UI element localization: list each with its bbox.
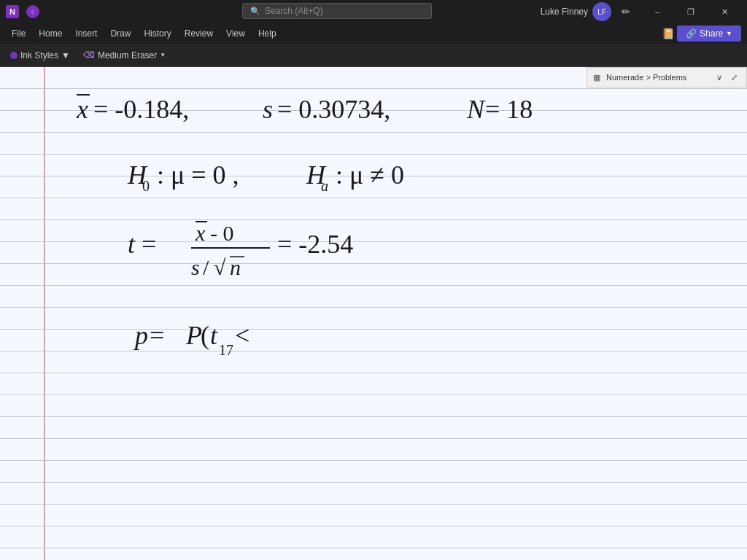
notebook-icon: 📔 [662,28,674,39]
menu-draw[interactable]: Draw [104,26,136,41]
search-icon: 🔍 [250,7,260,16]
svg-text:0: 0 [142,178,150,194]
svg-text:a: a [321,178,328,194]
eraser-button[interactable]: ⌫ Medium Eraser ▼ [77,48,171,63]
ink-styles-chevron: ▼ [61,50,70,61]
menu-insert[interactable]: Insert [69,26,103,41]
svg-text:t: t [210,321,218,350]
menu-help[interactable]: Help [252,26,282,41]
line4: p = P ( t 17 < [133,321,249,358]
right-panel-header: ▦ Numerade > Problems ∨ ⤢ [587,67,747,88]
panel-expand-button[interactable]: ⤢ [728,71,740,84]
pen-icon[interactable]: ✏ [617,6,635,18]
svg-text:=: = [142,230,156,259]
eraser-icon: ⌫ [83,50,95,60]
user-name: Luke Finney LF [541,2,611,21]
svg-text::  μ ≠ 0: : μ ≠ 0 [336,160,404,190]
menu-bar: File Home Insert Draw History Review Vie… [0,23,747,44]
eraser-chevron: ▼ [160,52,166,58]
line1: x = -0.184, s = 0.30734, N = 18 [76,95,533,124]
panel-label: Numerade > Problems [606,73,711,82]
maximize-button[interactable]: ❐ [674,0,708,23]
menu-view[interactable]: View [220,26,251,41]
svg-text:N: N [466,95,486,124]
svg-text:<: < [235,321,249,350]
svg-text:= -2.54: = -2.54 [277,230,353,259]
user-avatar: LF [592,2,611,21]
search-box[interactable]: 🔍 Search (Alt+Q) [242,3,432,19]
line2: H 0 : μ = 0 , H a : μ ≠ 0 [127,160,404,194]
onenote-icon: ○ [26,5,39,18]
menu-file[interactable]: File [6,26,31,41]
window-controls: – ❐ ✕ [640,0,741,23]
svg-text:s: s [191,255,200,279]
svg-text:x: x [195,221,206,245]
panel-collapse-button[interactable]: ∨ [713,71,725,84]
menu-history[interactable]: History [138,26,177,41]
svg-text:n: n [230,255,241,279]
svg-text:= 0.30734,: = 0.30734, [277,95,390,124]
minimize-button[interactable]: – [640,0,674,23]
handwriting-svg: x = -0.184, s = 0.30734, N = 18 H 0 : μ … [0,67,747,560]
svg-text:P: P [185,321,202,350]
math-content: x = -0.184, s = 0.30734, N = 18 H 0 : μ … [0,67,747,560]
close-button[interactable]: ✕ [708,0,741,23]
search-placeholder: Search (Alt+Q) [265,6,323,16]
line3: t = x - 0 s / √ n = -2.54 [128,221,353,279]
share-chevron: ▼ [726,30,732,37]
menu-home[interactable]: Home [33,26,68,41]
share-button[interactable]: 🔗 Share ▼ [677,26,741,42]
ink-dot-icon [10,52,18,59]
title-bar: N ○ Untitled page - OneNote 🔍 Search (Al… [0,0,747,23]
svg-text:17: 17 [219,342,233,358]
svg-text:=: = [150,321,164,350]
app-icon: N [6,5,19,18]
svg-text:(: ( [201,321,209,350]
svg-text:= -0.184,: = -0.184, [93,95,189,124]
svg-text:√: √ [214,255,226,279]
panel-grid-icon: ▦ [593,73,600,82]
svg-text:s: s [263,95,273,124]
ink-styles-button[interactable]: Ink Styles ▼ [6,48,74,63]
page-area[interactable]: x = -0.184, s = 0.30734, N = 18 H 0 : μ … [0,67,747,560]
svg-text::  μ = 0 ,: : μ = 0 , [157,160,239,190]
menu-review[interactable]: Review [179,26,219,41]
svg-text:/: / [203,255,209,279]
svg-text:- 0: - 0 [210,221,234,245]
svg-text:x: x [76,95,88,124]
svg-text:t: t [128,230,136,259]
svg-text:p: p [133,321,148,350]
svg-text:= 18: = 18 [485,95,533,124]
toolbar: Ink Styles ▼ ⌫ Medium Eraser ▼ [0,44,747,67]
